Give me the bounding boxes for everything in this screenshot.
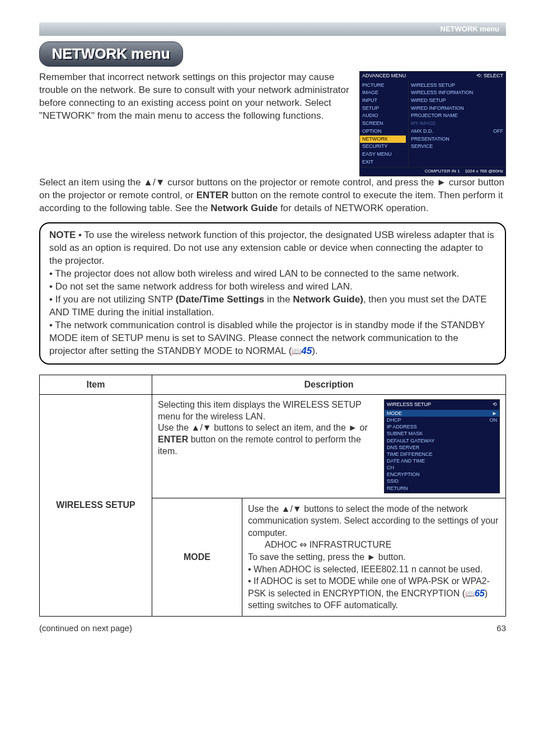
note-box: NOTE • To use the wireless network funct… — [39, 222, 506, 364]
book-icon — [292, 346, 301, 356]
mode-desc: Use the ▲/▼ buttons to select the mode o… — [242, 498, 506, 616]
col-item: Item — [40, 375, 152, 394]
header-bar: NETWORK menu — [39, 22, 506, 36]
section-pill: NETWORK menu — [39, 41, 183, 67]
osd-advanced-menu: ADVANCED MENU ⟲: SELECT PICTURE IMAGE IN… — [359, 71, 506, 176]
description-table: Item Description WIRELESS SETUP Selectin… — [39, 375, 506, 617]
continued-label: (continued on next page) — [39, 623, 132, 633]
osd-wireless-setup: WIRELESS SETUP⟲ MODE► DHCPON IP ADDRESS … — [384, 399, 500, 493]
intro-paragraph-2: Select an item using the ▲/▼ cursor butt… — [39, 176, 506, 215]
col-desc: Description — [152, 375, 506, 394]
intro-paragraph-1: Remember that incorrect network settings… — [39, 71, 354, 176]
header-label: NETWORK menu — [441, 25, 499, 33]
row-mode: MODE — [152, 498, 242, 616]
osd-left-col: PICTURE IMAGE INPUT SETUP AUDIO SCREEN O… — [360, 81, 409, 167]
book-icon — [465, 589, 475, 598]
wireless-desc: Selecting this item displays the WIRELES… — [158, 399, 380, 493]
row-wireless-setup: WIRELESS SETUP — [40, 394, 152, 616]
page-number: 63 — [496, 623, 506, 633]
page-footer: (continued on next page) 63 — [39, 623, 506, 633]
osd-right-col: WIRELESS SETUP WIRELESS INFORMATION WIRE… — [409, 81, 505, 167]
